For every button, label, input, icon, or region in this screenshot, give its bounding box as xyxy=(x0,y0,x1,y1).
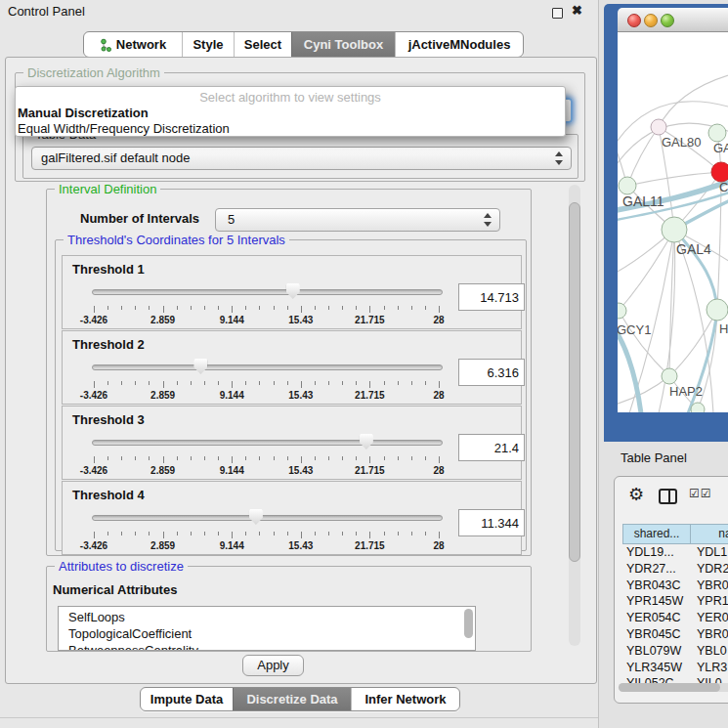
tick-mark xyxy=(274,381,275,385)
tab-jactivemnodules[interactable]: jActiveMNodules xyxy=(395,32,523,57)
tab-network[interactable]: Network xyxy=(84,32,182,57)
tab-style[interactable]: Style xyxy=(182,32,234,57)
tick-mark xyxy=(204,306,205,310)
table-row[interactable]: YPR145WYPR1 xyxy=(622,593,728,610)
num-intervals-combobox[interactable]: 5 xyxy=(215,208,500,232)
tick-mark xyxy=(177,532,178,535)
table-cell[interactable]: YDR2 xyxy=(693,561,728,578)
table-cell[interactable]: YBR043C xyxy=(622,578,693,594)
slider-thumb[interactable] xyxy=(249,509,263,525)
table-row[interactable]: YBL079WYBL0 xyxy=(622,643,728,660)
slider-track[interactable] xyxy=(92,364,443,370)
slider-ticks xyxy=(94,456,439,464)
gear-icon[interactable]: ⚙ xyxy=(628,486,644,503)
attribute-list-item[interactable]: BetweennessCentrality xyxy=(59,642,475,651)
dropdown-option[interactable]: Manual Discretization xyxy=(16,106,565,121)
tab-impute-data[interactable]: Impute Data xyxy=(141,688,233,710)
network-node-c[interactable] xyxy=(711,162,728,182)
close-icon[interactable]: ✖ xyxy=(572,3,582,18)
threshold-value-input[interactable] xyxy=(458,283,525,311)
table-row[interactable]: YER054CYER0 xyxy=(622,610,728,626)
tick-mark xyxy=(425,456,426,460)
tab-label: jActiveMNodules xyxy=(408,33,511,56)
network-edge[interactable] xyxy=(659,73,728,127)
network-node[interactable] xyxy=(691,403,705,412)
network-edge[interactable] xyxy=(627,172,721,186)
slider-thumb[interactable] xyxy=(193,359,207,374)
float-window-icon[interactable] xyxy=(552,8,563,19)
table-cell[interactable]: YDL19... xyxy=(622,544,693,561)
network-edge[interactable] xyxy=(627,127,659,186)
tab-select[interactable]: Select xyxy=(234,32,291,57)
attribute-list-item[interactable]: TopologicalCoefficient xyxy=(59,625,475,642)
bottom-tab-bar: Impute DataDiscretize DataInfer Network xyxy=(140,687,460,711)
table-cell[interactable]: YDL1 xyxy=(693,544,728,561)
network-canvas[interactable]: GAL80GACGAL11GAL4GCY1HHAP2 xyxy=(618,32,728,412)
table-row[interactable]: YLR345WYLR3 xyxy=(622,660,728,676)
slider-track[interactable] xyxy=(92,440,443,446)
network-node-hap2[interactable] xyxy=(662,368,677,384)
network-node-gal11[interactable] xyxy=(619,177,636,194)
dropdown-option[interactable]: Equal Width/Frequency Discretization xyxy=(16,121,565,137)
tab-discretize-data[interactable]: Discretize Data xyxy=(233,688,351,710)
table-row[interactable]: YBR043CYBR0 xyxy=(622,578,728,594)
list-scrollbar[interactable] xyxy=(464,609,473,638)
table-cell[interactable]: YLR3 xyxy=(693,660,728,676)
tick-label: 21.715 xyxy=(355,390,385,401)
network-node-ga[interactable] xyxy=(708,124,726,142)
tab-infer-network[interactable]: Infer Network xyxy=(351,688,459,710)
table-cell[interactable]: YPR1 xyxy=(693,593,728,610)
threshold-label: Threshold 3 xyxy=(72,412,145,427)
tick-label: 28 xyxy=(433,315,444,325)
minimize-traffic-light[interactable] xyxy=(644,14,658,27)
table-cell[interactable]: YBL079W xyxy=(622,643,693,660)
apply-button[interactable]: Apply xyxy=(242,655,304,676)
tick-mark xyxy=(342,306,343,310)
attribute-list-item[interactable]: SelfLoops xyxy=(59,609,475,625)
table-cell[interactable]: YPR145W xyxy=(622,593,693,610)
table-row[interactable]: YBR045CYBR0 xyxy=(622,626,728,643)
tick-mark xyxy=(301,381,302,388)
attributes-list[interactable]: SelfLoopsTopologicalCoefficientBetweenne… xyxy=(58,606,476,651)
threshold-value-input[interactable] xyxy=(458,434,525,461)
columns-icon[interactable] xyxy=(659,489,677,504)
table-cell[interactable]: YBR0 xyxy=(693,578,728,594)
table-hscrollbar-track[interactable] xyxy=(619,683,728,692)
tick-mark xyxy=(301,306,302,313)
column-header-2[interactable]: na xyxy=(691,525,728,543)
network-node-gal80[interactable] xyxy=(651,119,666,135)
tick-mark xyxy=(259,306,260,310)
panel-scrollbar-thumb[interactable] xyxy=(569,202,580,562)
panel-scrollbar-track[interactable] xyxy=(569,185,580,646)
table-cell[interactable]: YBL0 xyxy=(693,643,728,660)
slider-thumb[interactable] xyxy=(360,434,373,450)
network-node-h[interactable] xyxy=(707,299,728,321)
network-node-gal4[interactable] xyxy=(662,217,687,242)
table-cell[interactable]: YLR345W xyxy=(622,660,693,676)
tick-mark xyxy=(232,532,233,538)
column-header-1[interactable]: shared... xyxy=(623,525,691,543)
slider-track[interactable] xyxy=(92,515,443,521)
table-cell[interactable]: YER054C xyxy=(622,610,693,626)
table-cell[interactable]: YBR045C xyxy=(622,626,693,643)
network-edge[interactable] xyxy=(619,230,674,311)
threshold-value-input[interactable] xyxy=(458,359,525,386)
zoom-traffic-light[interactable] xyxy=(661,14,674,27)
slider-track[interactable] xyxy=(92,289,443,295)
table-hscrollbar-thumb[interactable] xyxy=(619,683,720,692)
dropdown-placeholder-option[interactable]: Select algorithm to view settings xyxy=(16,87,565,106)
table-row[interactable]: YDR27...YDR2 xyxy=(622,561,728,578)
table-data-combobox[interactable]: galFiltered.sif default node xyxy=(31,147,572,170)
network-window-titlebar[interactable] xyxy=(618,8,728,32)
select-columns-checkboxes-icon[interactable]: ☑☑ xyxy=(689,487,712,500)
table-row[interactable]: YDL19...YDL1 xyxy=(622,544,728,561)
tick-mark xyxy=(342,532,343,535)
threshold-value-input[interactable] xyxy=(458,509,525,536)
tab-cyni-toolbox[interactable]: Cyni Toolbox xyxy=(291,32,395,57)
table-cell[interactable]: YER0 xyxy=(693,610,728,626)
table-cell[interactable]: YBR0 xyxy=(693,626,728,643)
close-traffic-light[interactable] xyxy=(627,14,641,27)
network-node-gcy1[interactable] xyxy=(618,303,626,319)
table-cell[interactable]: YDR27... xyxy=(622,561,693,578)
slider-thumb[interactable] xyxy=(286,283,300,299)
